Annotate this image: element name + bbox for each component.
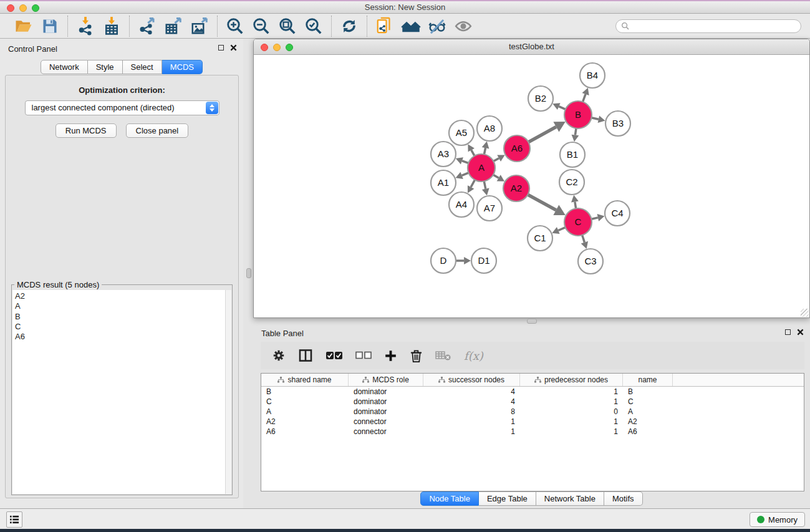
tab-network-table[interactable]: Network Table bbox=[536, 491, 604, 506]
refresh-button[interactable] bbox=[337, 16, 361, 37]
graph-node-A4[interactable]: A4 bbox=[449, 192, 474, 217]
float-panel-icon[interactable] bbox=[218, 45, 224, 51]
float-table-panel-icon[interactable] bbox=[785, 329, 791, 335]
home-button[interactable] bbox=[399, 16, 423, 37]
network-window-titlebar[interactable]: testGlobe.txt bbox=[254, 39, 809, 55]
graph-node-A5[interactable]: A5 bbox=[449, 120, 474, 145]
deselect-all-button[interactable] bbox=[355, 346, 372, 365]
column-layout-button[interactable] bbox=[298, 346, 313, 365]
column-header-shared-name[interactable]: shared name bbox=[261, 374, 349, 386]
open-session-button[interactable] bbox=[12, 16, 36, 37]
tab-edge-table[interactable]: Edge Table bbox=[479, 491, 536, 506]
graph-node-B1[interactable]: B1 bbox=[560, 142, 585, 167]
minimize-window-button[interactable] bbox=[19, 4, 27, 12]
svg-text:A5: A5 bbox=[456, 127, 467, 138]
export-image-button[interactable] bbox=[188, 16, 211, 37]
tab-node-table[interactable]: Node Table bbox=[420, 491, 479, 506]
tab-style[interactable]: Style bbox=[88, 60, 123, 74]
graph-node-B3[interactable]: B3 bbox=[605, 111, 630, 136]
function-builder-button[interactable]: f(x) bbox=[464, 346, 483, 365]
column-header-mcds-role[interactable]: MCDS role bbox=[349, 374, 423, 386]
close-panel-icon[interactable] bbox=[230, 44, 237, 51]
table-panel-header: Table Panel bbox=[253, 323, 810, 342]
zoom-out-button[interactable] bbox=[249, 16, 273, 37]
mcds-result-list[interactable]: A2ABCA6 bbox=[12, 290, 225, 494]
tab-mcds[interactable]: MCDS bbox=[162, 60, 203, 74]
graph-node-A2[interactable]: A2 bbox=[503, 175, 529, 201]
tab-motifs[interactable]: Motifs bbox=[604, 491, 643, 506]
zoom-selected-button[interactable] bbox=[302, 16, 325, 37]
node-table[interactable]: shared nameMCDS rolesuccessor nodesprede… bbox=[261, 373, 804, 491]
graph-node-A1[interactable]: A1 bbox=[431, 170, 456, 195]
table-row[interactable]: A6connector11A6 bbox=[261, 427, 804, 437]
zoom-fit-button[interactable] bbox=[276, 16, 299, 37]
graph-node-C2[interactable]: C2 bbox=[559, 170, 584, 195]
graph-node-C[interactable]: C bbox=[564, 208, 592, 236]
zoom-window-button[interactable] bbox=[32, 4, 39, 12]
cell-predecessor-nodes: 1 bbox=[520, 387, 623, 396]
result-list-scrollbar[interactable] bbox=[225, 290, 231, 494]
save-session-button[interactable] bbox=[38, 16, 62, 37]
window-resize-grip[interactable] bbox=[801, 309, 809, 317]
graph-edge-B-B4[interactable] bbox=[582, 94, 586, 102]
tab-select[interactable]: Select bbox=[123, 60, 162, 74]
graph-node-B4[interactable]: B4 bbox=[580, 63, 605, 88]
graph-node-A6[interactable]: A6 bbox=[504, 135, 530, 162]
graph-node-C4[interactable]: C4 bbox=[605, 201, 630, 226]
column-header-name[interactable]: name bbox=[623, 374, 673, 386]
import-network-button[interactable] bbox=[74, 16, 97, 37]
optimization-criterion-dropdown[interactable]: largest connected component (directed) bbox=[25, 100, 219, 115]
search-field[interactable] bbox=[615, 19, 801, 33]
delete-column-button[interactable] bbox=[410, 346, 423, 365]
graph-node-C3[interactable]: C3 bbox=[578, 249, 603, 274]
graph-node-A8[interactable]: A8 bbox=[477, 116, 502, 141]
import-table-button[interactable] bbox=[100, 16, 123, 37]
select-all-button[interactable] bbox=[325, 346, 343, 365]
hide-graphics-button[interactable] bbox=[425, 16, 449, 37]
graph-node-A7[interactable]: A7 bbox=[477, 196, 502, 221]
network-close-button[interactable] bbox=[261, 44, 268, 51]
tab-network[interactable]: Network bbox=[41, 60, 88, 74]
result-item[interactable]: A2 bbox=[15, 291, 225, 301]
network-from-selection-button[interactable] bbox=[373, 16, 397, 37]
graph-node-D1[interactable]: D1 bbox=[471, 248, 496, 273]
table-row[interactable]: A2connector11A2 bbox=[261, 417, 804, 427]
result-item[interactable]: A bbox=[15, 301, 225, 311]
close-table-panel-icon[interactable] bbox=[797, 329, 804, 336]
memory-button[interactable]: Memory bbox=[750, 512, 805, 527]
table-row[interactable]: Bdominator41B bbox=[261, 387, 804, 397]
graph-node-D[interactable]: D bbox=[431, 248, 456, 273]
graph-node-B2[interactable]: B2 bbox=[528, 86, 553, 111]
network-zoom-button[interactable] bbox=[286, 44, 293, 51]
zoom-in-button[interactable] bbox=[223, 16, 247, 37]
table-row[interactable]: Adominator80A bbox=[261, 407, 804, 417]
column-header-predecessor-nodes[interactable]: predecessor nodes bbox=[520, 374, 623, 386]
search-input[interactable] bbox=[632, 22, 796, 31]
add-column-button[interactable] bbox=[384, 346, 397, 365]
graph-node-B[interactable]: B bbox=[564, 101, 592, 128]
graph-edge-A-A4[interactable] bbox=[471, 179, 475, 187]
graph-edge-A6-B[interactable] bbox=[528, 127, 556, 142]
table-settings-button[interactable] bbox=[272, 346, 286, 365]
column-header-successor-nodes[interactable]: successor nodes bbox=[423, 374, 520, 386]
network-minimize-button[interactable] bbox=[273, 44, 281, 51]
show-panels-button[interactable] bbox=[6, 511, 22, 528]
vertical-splitter-handle[interactable] bbox=[246, 268, 251, 278]
close-window-button[interactable] bbox=[7, 4, 14, 12]
export-network-button[interactable] bbox=[135, 16, 159, 37]
graph-node-C1[interactable]: C1 bbox=[528, 226, 552, 251]
result-item[interactable]: A6 bbox=[15, 332, 225, 342]
graph-node-A3[interactable]: A3 bbox=[431, 142, 456, 167]
table-row[interactable]: Cdominator41C bbox=[261, 397, 804, 407]
graph-arrowhead bbox=[597, 214, 605, 221]
delete-table-button[interactable] bbox=[435, 346, 451, 365]
network-canvas[interactable]: B4B2BB3A5A8A6A3B1AA1C2A2A4A7C4CC1C3DD1 bbox=[254, 56, 809, 317]
result-item[interactable]: B bbox=[15, 312, 225, 322]
close-panel-button[interactable]: Close panel bbox=[126, 123, 189, 138]
show-hide-button[interactable] bbox=[451, 16, 475, 37]
graph-edge-A2-C[interactable] bbox=[528, 195, 556, 210]
result-item[interactable]: C bbox=[15, 322, 225, 332]
graph-node-A[interactable]: A bbox=[468, 154, 495, 181]
export-table-button[interactable] bbox=[162, 16, 185, 37]
run-mcds-button[interactable]: Run MCDS bbox=[55, 123, 117, 138]
